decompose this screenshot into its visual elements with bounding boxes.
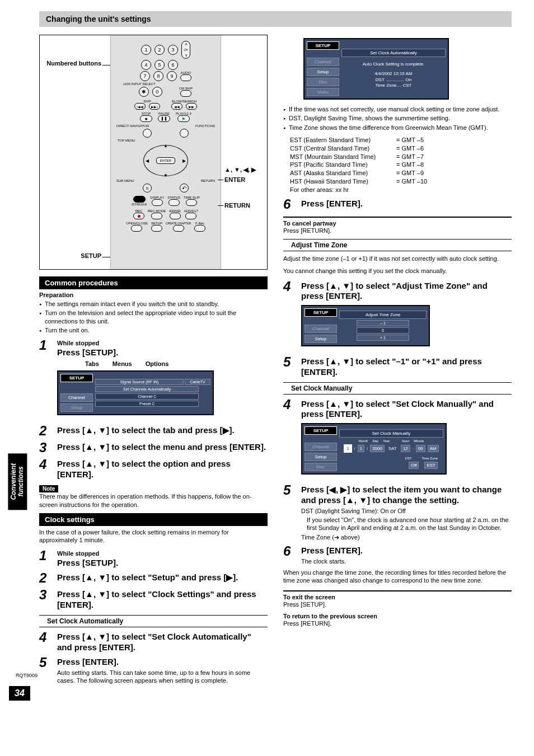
remote-num-9: 9 xyxy=(167,71,177,81)
remote-display xyxy=(152,199,163,206)
osd-label-menus: Menus xyxy=(113,360,132,367)
step-number: 3 xyxy=(39,588,51,602)
page-title: Changing the unit's settings xyxy=(39,11,512,27)
note-text: There may be differences in operation me… xyxy=(39,492,268,509)
remote-slow-back: ◀◀ xyxy=(171,103,182,110)
step-number: 5 xyxy=(39,656,51,669)
remote-num-7: 7 xyxy=(140,71,150,81)
remote-num-4: 4 xyxy=(141,60,151,70)
remote-star: ✱ xyxy=(139,87,149,97)
remote-play: ▶ xyxy=(177,115,190,122)
step-number: 5 xyxy=(283,483,296,497)
remote-timeslip xyxy=(186,199,197,206)
remote-skip-fwd: ▶▶| xyxy=(149,103,160,110)
step-major: Press [SETUP]. xyxy=(57,348,268,358)
remote-num-6: 6 xyxy=(168,60,178,70)
remote-erase xyxy=(170,213,181,219)
remote-audio-button xyxy=(180,74,191,81)
tz-change-note: When you change the time zone, the recor… xyxy=(283,569,512,585)
remote-adddlt xyxy=(185,213,196,219)
doc-code: RQT8009 xyxy=(16,673,38,678)
label-enter: ENTER xyxy=(224,176,245,183)
page-number: 34 xyxy=(9,686,30,701)
heading-common-procedures: Common procedures xyxy=(39,276,268,289)
remote-stop: ■ xyxy=(140,115,152,122)
remote-rec xyxy=(133,213,144,219)
remote-return: ↶ xyxy=(180,184,189,192)
auto-notes: If the time was not set correctly, use m… xyxy=(283,105,512,132)
osd-set-clock-manually: SETUP Channel Setup Disc Set Clock Manua… xyxy=(301,423,447,475)
subheading-adjust-timezone: Adjust Time Zone xyxy=(283,239,512,251)
clock-intro: In the case of a power failure, the cloc… xyxy=(39,528,268,544)
exit-title: To exit the screen xyxy=(283,594,512,600)
step-number: 1 xyxy=(39,549,51,562)
subheading-set-clock-manual: Set Clock Manually xyxy=(283,382,512,395)
remote-num-1: 1 xyxy=(141,45,151,55)
remote-dpad: ▲ ▼ ◀ ▶ ENTER xyxy=(143,144,188,177)
step-number: 2 xyxy=(39,424,51,438)
osd-label-options: Options xyxy=(146,360,169,367)
osd-setup-menu: SETUP Channel Setup Signal Source (RF IN… xyxy=(57,370,214,415)
remote-chapter xyxy=(173,225,184,232)
step-number: 6 xyxy=(283,544,296,558)
remote-cmskip-button xyxy=(180,90,191,97)
remote-ch-rocker: ∧CH∨ xyxy=(181,41,190,59)
osd-auto-complete: SETUP Channel Setup Disc Video Set Clock… xyxy=(303,38,449,100)
remote-navigator xyxy=(143,129,152,138)
preparation-bullets: The settings remain intact even if you s… xyxy=(39,300,268,334)
label-setup: SETUP xyxy=(40,252,101,259)
remote-status xyxy=(168,199,180,206)
remote-num-2: 2 xyxy=(154,45,165,55)
remote-open xyxy=(131,225,142,232)
osd-adjust-timezone: SETUP Channel Setup Adjust Time Zone – 1… xyxy=(301,305,430,346)
step-number: 4 xyxy=(283,280,296,293)
osd-tab-setup: SETUP xyxy=(60,374,93,382)
remote-submenu: S xyxy=(143,184,152,192)
remote-num-8: 8 xyxy=(153,71,163,81)
remote-diagram: Numbered buttons SETUP 1 2 3 ∧CH∨ 4 5 6 xyxy=(39,35,268,270)
remote-recmode xyxy=(151,213,162,219)
label-arrows: ▲, ▼, ◀, ▶ xyxy=(224,166,256,173)
cancel-title: To cancel partway xyxy=(283,220,512,227)
osd-tab-channel: Channel xyxy=(60,393,93,402)
remote-frec xyxy=(194,225,205,232)
label-numbered-buttons: Numbered buttons xyxy=(40,60,101,67)
note-badge: Note xyxy=(39,485,58,492)
remote-functions xyxy=(180,129,189,138)
remote-setup xyxy=(151,225,162,232)
osd-label-tabs: Tabs xyxy=(85,360,99,367)
remote-num-3: 3 xyxy=(168,45,178,55)
remote-num-5: 5 xyxy=(154,60,165,70)
side-tab: Convenientfunctions xyxy=(8,453,27,510)
remote-slow-fwd: ▶▶ xyxy=(186,103,197,110)
heading-clock-settings: Clock settings xyxy=(39,513,268,526)
remote-num-0: 0 xyxy=(152,87,162,97)
back-title: To return to the previous screen xyxy=(283,613,512,619)
step-number: 4 xyxy=(39,631,51,644)
step-number: 6 xyxy=(283,198,296,211)
preparation-label: Preparation xyxy=(39,292,268,298)
step-number: 4 xyxy=(39,458,51,471)
remote-pause: ❚❚ xyxy=(158,115,170,122)
cancel-body: Press [RETURN]. xyxy=(283,227,512,234)
subheading-set-clock-auto: Set Clock Automatically xyxy=(39,615,268,627)
remote-skip-back: |◀◀ xyxy=(134,103,146,110)
step-number: 3 xyxy=(39,441,51,454)
remote-schedule xyxy=(133,196,146,203)
step-number: 1 xyxy=(39,339,51,352)
step-number: 2 xyxy=(39,571,51,585)
osd-tab-setup2: Setup xyxy=(60,403,93,412)
remote-enter: ENTER xyxy=(156,157,175,164)
step-minor: While stopped xyxy=(57,340,268,346)
label-return: RETURN xyxy=(224,202,250,209)
step-number: 4 xyxy=(283,398,296,411)
timezone-table: EST (Eastern Standard Time)= GMT –5 CST … xyxy=(290,136,512,194)
step-number: 5 xyxy=(283,355,296,369)
